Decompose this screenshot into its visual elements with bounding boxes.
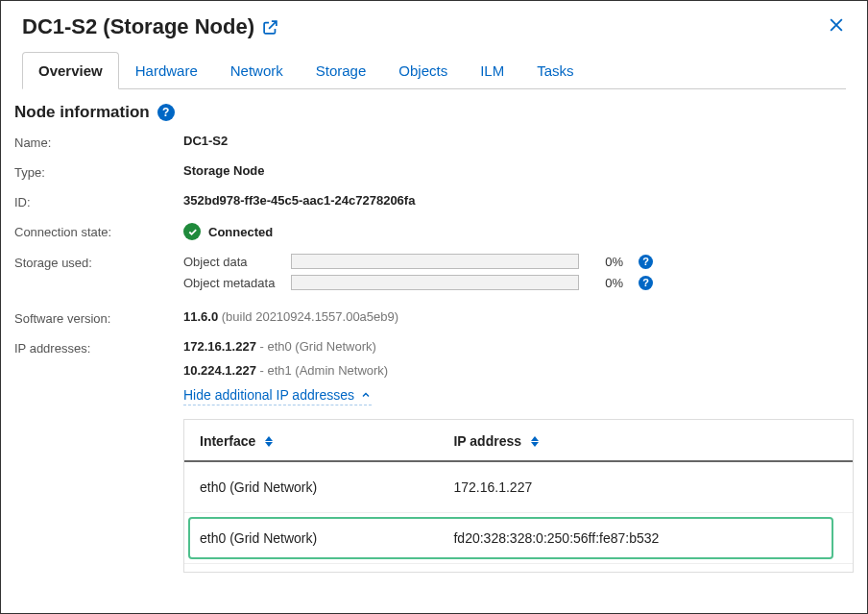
version-value: 11.6.0 bbox=[183, 309, 218, 324]
tab-objects[interactable]: Objects bbox=[382, 52, 464, 89]
tab-ilm[interactable]: ILM bbox=[464, 52, 520, 89]
table-row: eth0 (Grid Network) fd20:328:328:0:250:5… bbox=[184, 513, 853, 564]
version-build: (build 20210924.1557.00a5eb9) bbox=[218, 309, 398, 324]
close-icon[interactable] bbox=[827, 15, 846, 38]
cell-ip: fd20:328:328:0:250:56ff:fe87:b532 bbox=[438, 513, 853, 563]
sort-icon[interactable] bbox=[265, 436, 273, 447]
hide-ip-text: Hide additional IP addresses bbox=[183, 387, 354, 403]
object-meta-bar bbox=[291, 275, 579, 290]
type-value: Storage Node bbox=[183, 163, 265, 178]
col-ip[interactable]: IP address bbox=[453, 433, 521, 449]
tab-hardware[interactable]: Hardware bbox=[119, 52, 214, 89]
id-value: 352bd978-ff3e-45c5-aac1-24c7278206fa bbox=[183, 193, 415, 208]
ip-value: 172.16.1.227 bbox=[183, 339, 256, 354]
storage-label: Storage used: bbox=[14, 254, 183, 270]
object-data-bar bbox=[291, 254, 579, 269]
page-title: DC1-S2 (Storage Node) bbox=[22, 14, 254, 39]
name-value: DC1-S2 bbox=[183, 134, 228, 148]
type-label: Type: bbox=[14, 163, 183, 180]
tab-bar: Overview Hardware Network Storage Object… bbox=[22, 51, 846, 89]
col-interface[interactable]: Interface bbox=[200, 433, 255, 449]
sort-icon[interactable] bbox=[531, 436, 539, 447]
help-icon[interactable]: ? bbox=[157, 104, 175, 121]
check-icon bbox=[183, 223, 201, 240]
ip-value: 10.224.1.227 bbox=[183, 363, 256, 378]
hide-ip-link[interactable]: Hide additional IP addresses bbox=[183, 387, 372, 405]
object-data-label: Object data bbox=[183, 255, 291, 269]
id-label: ID: bbox=[14, 193, 183, 209]
open-external-icon[interactable] bbox=[262, 19, 278, 36]
name-label: Name: bbox=[14, 134, 183, 150]
ip-label: IP addresses: bbox=[14, 339, 183, 356]
object-meta-pct: 0% bbox=[587, 276, 623, 290]
help-icon[interactable]: ? bbox=[639, 276, 653, 290]
tab-overview[interactable]: Overview bbox=[22, 52, 119, 89]
section-title: Node information bbox=[14, 103, 150, 122]
tab-storage[interactable]: Storage bbox=[300, 52, 383, 89]
tab-tasks[interactable]: Tasks bbox=[520, 52, 590, 89]
cell-interface: eth0 (Grid Network) bbox=[184, 513, 438, 563]
version-label: Software version: bbox=[14, 309, 183, 326]
table-row: eth0 (Grid Network) 172.16.1.227 bbox=[184, 461, 853, 513]
chevron-up-icon bbox=[360, 389, 372, 401]
conn-value: Connected bbox=[208, 225, 273, 239]
ip-desc: - eth1 (Admin Network) bbox=[256, 363, 388, 378]
conn-label: Connection state: bbox=[14, 223, 183, 239]
tab-network[interactable]: Network bbox=[214, 52, 300, 89]
cell-ip: 172.16.1.227 bbox=[438, 461, 853, 513]
help-icon[interactable]: ? bbox=[639, 255, 653, 269]
object-data-pct: 0% bbox=[587, 255, 623, 269]
ip-desc: - eth0 (Grid Network) bbox=[256, 339, 376, 354]
object-meta-label: Object metadata bbox=[183, 276, 291, 290]
ip-table: Interface IP address bbox=[183, 419, 854, 573]
cell-interface: eth0 (Grid Network) bbox=[184, 461, 438, 513]
